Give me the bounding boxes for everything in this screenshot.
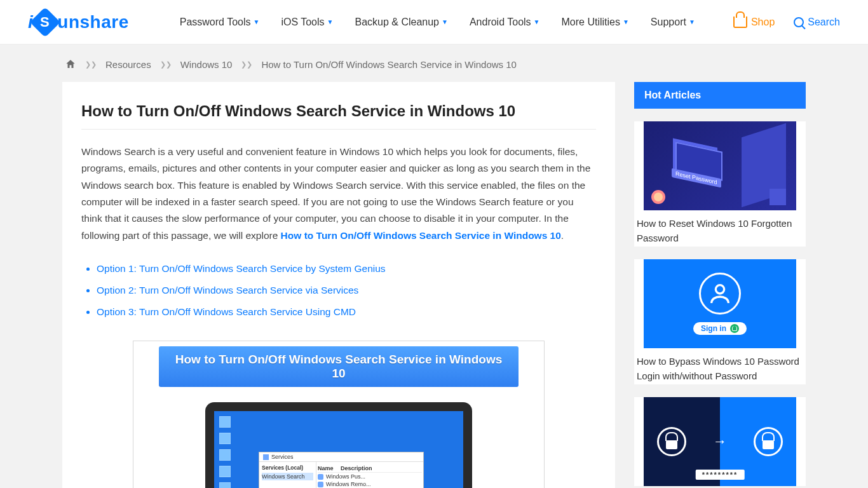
desktop-icon [219,433,231,444]
home-icon [65,58,76,69]
intro-inline-link[interactable]: How to Turn On/Off Windows Search Servic… [281,230,561,241]
breadcrumb-windows-10[interactable]: Windows 10 [180,59,233,70]
desktop-icon [219,416,231,428]
hot-article-title: How to Bypass Windows 10 Password Login … [634,348,806,384]
search-link[interactable]: Search [794,17,840,28]
hot-article-3[interactable]: → ********* [634,397,806,486]
chevron-right-icon: ❯❯ [241,60,252,69]
top-bar: i S unshare Password Tools ▼ iOS Tools ▼… [0,0,868,44]
services-row: Windows Remo... [318,480,422,488]
avatar-icon [651,190,665,204]
chevron-down-icon: ▼ [689,18,695,25]
option-link-2[interactable]: Option 2: Turn On/Off Windows Search Ser… [97,280,596,301]
cart-icon [733,17,747,28]
chevron-right-icon: ❯❯ [85,60,97,69]
nav-ios-tools[interactable]: iOS Tools ▼ [281,17,333,28]
logo-mark-icon: S [30,6,60,37]
chevron-down-icon: ▼ [534,18,540,25]
chevron-down-icon: ▼ [327,18,334,25]
desktop-icon [219,449,231,461]
breadcrumb-home[interactable] [65,58,76,71]
laptop-illustration: Services Services (Local) Windows Search… [205,402,472,488]
option-list: Option 1: Turn On/Off Windows Search Ser… [97,258,596,323]
article: How to Turn On/Off Windows Search Servic… [62,82,615,488]
desktop-icon [219,482,231,488]
nav-password-tools[interactable]: Password Tools ▼ [180,17,260,28]
primary-nav: Password Tools ▼ iOS Tools ▼ Backup & Cl… [180,17,733,28]
breadcrumb-resources[interactable]: Resources [105,59,151,70]
chevron-right-icon: ❯❯ [160,60,172,69]
nav-android-tools[interactable]: Android Tools ▼ [470,17,540,28]
services-selected: Windows Search [262,473,313,480]
breadcrumb-current: How to Turn On/Off Windows Search Servic… [261,59,517,70]
services-row: Windows Pus... [318,473,422,480]
nav-more-utilities[interactable]: More Utilities ▼ [561,17,628,28]
shop-link[interactable]: Shop [733,17,775,28]
signin-button-graphic: Sign in [693,322,747,335]
search-icon [794,17,804,27]
arrow-right-icon: → [713,433,727,450]
gear-icon [318,482,323,487]
hot-article-1[interactable]: Reset Password How to Reset Windows 10 F… [634,121,806,247]
article-title: How to Turn On/Off Windows Search Servic… [81,102,596,130]
hot-article-2[interactable]: Sign in How to Bypass Windows 10 Passwor… [634,259,806,384]
services-titlebar: Services [259,452,423,462]
desktop-icon [219,466,231,477]
sidebar-heading: Hot Articles [634,82,806,109]
breadcrumb: ❯❯ Resources ❯❯ Windows 10 ❯❯ How to Tur… [62,44,806,82]
svg-point-0 [715,285,724,294]
user-icon [699,273,741,315]
thumbnail-signin: Sign in [644,259,796,348]
header-tools: Shop Search [733,17,840,28]
hot-article-title: How to Reset Windows 10 Forgotten Passwo… [634,210,806,247]
thumbnail-lock: → ********* [644,397,796,486]
nav-backup-cleanup[interactable]: Backup & Cleanup ▼ [355,17,447,28]
chevron-down-icon: ▼ [442,18,448,25]
option-link-1[interactable]: Option 1: Turn On/Off Windows Search Ser… [97,258,596,280]
lock-icon [730,324,739,333]
chevron-down-icon: ▼ [623,18,629,25]
lock-icon [657,427,686,456]
hero-banner: How to Turn On/Off Windows Search Servic… [159,346,519,387]
article-intro: Windows Search is a very useful and conv… [81,144,596,244]
option-link-3[interactable]: Option 3: Turn On/Off Windows Search Ser… [97,301,596,323]
chevron-down-icon: ▼ [253,18,259,25]
password-masked: ********* [696,470,745,480]
thumbnail-reset-password: Reset Password [644,121,796,210]
gear-icon [318,474,323,480]
hero-image: How to Turn On/Off Windows Search Servic… [133,341,545,488]
logo-suffix: unshare [57,12,128,32]
services-window: Services Services (Local) Windows Search… [259,452,424,488]
nav-support[interactable]: Support ▼ [651,17,695,28]
sidebar: Hot Articles Reset Password How to Reset… [634,82,806,486]
lock-icon [754,427,783,456]
logo[interactable]: i S unshare [28,11,129,33]
